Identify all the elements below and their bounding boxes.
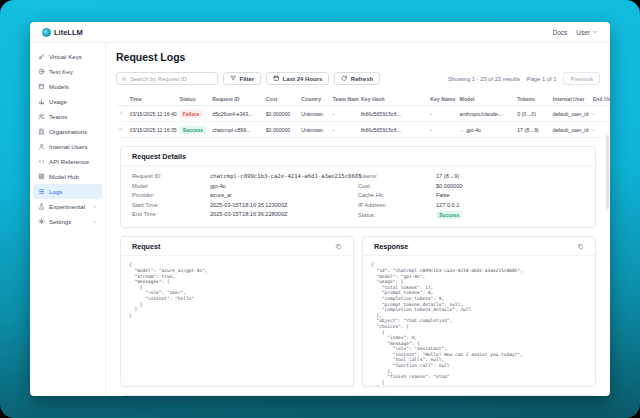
cell-cost: $0.000000	[264, 122, 300, 138]
cell-model: anthropic/claude-...	[458, 106, 516, 122]
cell-internal-user: default_user_id	[551, 106, 591, 122]
toolbar: Filter Last 24 Hours Refresh Showing 1 -…	[116, 72, 600, 85]
col-cost: Cost	[264, 93, 300, 106]
response-panel-title: Response	[374, 242, 408, 251]
sidebar-item-label: Experimental	[49, 203, 85, 210]
sidebar-item-label: API Reference	[49, 158, 89, 165]
copy-request-button[interactable]	[335, 243, 342, 250]
cell-model: ← gpt-4o	[458, 122, 516, 138]
response-json: { "id": "chatcmpl-c899c1b3-ca2e-4214-a6d…	[363, 256, 595, 387]
user-menu-label: User	[576, 29, 590, 36]
vertical-scrollbar[interactable]	[606, 135, 609, 209]
collapse-row-button[interactable]	[116, 122, 128, 138]
sidebar-item-test-key[interactable]: Test Key	[33, 64, 102, 79]
test-key-icon	[38, 68, 45, 75]
sidebar-item-teams[interactable]: Teams	[33, 109, 102, 124]
cell-time: 03/15/2025 11:16:40 AM	[128, 106, 178, 122]
list-icon	[38, 188, 45, 195]
cell-status: Success	[178, 122, 210, 138]
sidebar-item-label: Organizations	[49, 128, 87, 135]
refresh-icon	[341, 75, 348, 82]
sidebar-item-label: Logs	[49, 188, 62, 195]
details-right-column: Tokens: 17 (8→9) Cost: $0.000000 Cache H…	[358, 173, 584, 219]
table-header-row: Time Status Request ID Cost Country Team…	[116, 93, 610, 106]
cell-tokens: 0 (0→0)	[515, 106, 551, 122]
request-response-panels: Request { "model": "azure_ai/gpt-4o", "s…	[120, 236, 596, 387]
col-time: Time	[128, 93, 178, 106]
chevron-down-icon	[592, 29, 598, 35]
sidebar-item-label: Models	[49, 83, 69, 90]
code-brackets-icon	[38, 158, 45, 165]
request-logs-table: Time Status Request ID Cost Country Team…	[116, 93, 610, 138]
sidebar-item-model-hub[interactable]: Model Hub	[33, 169, 102, 184]
expand-row-button[interactable]	[116, 106, 128, 122]
cell-team-name: -	[331, 122, 359, 138]
detail-field-status: Status: Success	[358, 211, 584, 219]
copy-response-button[interactable]	[577, 243, 584, 250]
cell-team-name: -	[331, 106, 359, 122]
detail-field: IP Address: 127.0.0.1	[358, 202, 584, 208]
docs-link[interactable]: Docs	[552, 29, 567, 36]
expanded-log-detail: Request Details Request ID: chatcmpl-c89…	[116, 138, 600, 396]
cell-key-name: -	[428, 122, 457, 138]
sidebar-item-models[interactable]: Models	[33, 79, 102, 94]
sidebar-item-label: Virtual Keys	[49, 53, 82, 60]
main-content: Request Logs Filter Last 24 Hours	[106, 43, 610, 396]
search-input[interactable]	[130, 76, 213, 82]
col-team-name: Team Name	[331, 93, 359, 106]
cell-key-hash: fb66c565915c6...	[359, 106, 428, 122]
sidebar-item-settings[interactable]: Settings	[33, 214, 102, 229]
detail-field: Start Time: 2025-03-15T18:16:35.123000Z	[132, 202, 358, 208]
topbar-actions: Docs User	[552, 29, 598, 36]
chevron-down-icon	[118, 126, 124, 132]
col-key-hash: Key Hash	[359, 93, 428, 106]
page-title: Request Logs	[116, 51, 600, 63]
key-icon	[38, 53, 45, 60]
refresh-button[interactable]: Refresh	[334, 72, 380, 85]
sidebar-item-experimental[interactable]: Experimental	[33, 199, 102, 214]
col-model: Model	[458, 93, 516, 106]
app-body: Virtual Keys Test Key Models Usage Teams	[30, 43, 610, 396]
table-row[interactable]: 03/15/2025 11:16:35 AM Success chatcmpl-…	[116, 122, 610, 138]
detail-field: End Time: 2025-03-15T18:16:36.228000Z	[132, 211, 358, 217]
metadata-card: Metadata	[120, 395, 596, 396]
gear-icon	[38, 218, 45, 225]
page-info: Page 1 of 1	[527, 76, 557, 82]
search-icon	[121, 76, 127, 82]
sidebar: Virtual Keys Test Key Models Usage Teams	[30, 43, 106, 396]
sidebar-item-virtual-keys[interactable]: Virtual Keys	[33, 49, 102, 64]
filter-button[interactable]: Filter	[223, 72, 261, 85]
user-icon	[38, 143, 45, 150]
sidebar-item-api-reference[interactable]: API Reference	[33, 154, 102, 169]
litellm-logo-icon	[42, 28, 51, 37]
sidebar-item-internal-users[interactable]: Internal Users	[33, 139, 102, 154]
table-row[interactable]: 03/15/2025 11:16:40 AM Failure d5c26ce4-…	[116, 106, 610, 122]
cell-internal-user: default_user_id	[551, 122, 591, 138]
status-badge: Success	[436, 211, 462, 219]
sidebar-item-organizations[interactable]: Organizations	[33, 124, 102, 139]
flask-icon	[38, 203, 45, 210]
col-tokens: Tokens	[515, 93, 551, 106]
col-status: Status	[178, 93, 210, 106]
sidebar-item-label: Settings	[49, 218, 71, 225]
sidebar-item-logs[interactable]: Logs	[33, 184, 102, 199]
previous-page-button[interactable]: Previous	[563, 72, 600, 85]
desktop-background: LiteLLM Docs User Virtual Keys Test Key	[0, 0, 640, 418]
time-range-button[interactable]: Last 24 Hours	[266, 72, 329, 85]
sidebar-item-usage[interactable]: Usage	[33, 94, 102, 109]
litellm-app-window: LiteLLM Docs User Virtual Keys Test Key	[30, 22, 610, 396]
results-summary: Showing 1 - 23 of 23 results	[448, 76, 520, 82]
copy-icon	[577, 243, 584, 250]
bar-chart-icon	[38, 98, 45, 105]
response-panel: Response { "id": "chatcmpl-c899c1b3-ca2e…	[362, 236, 596, 387]
sidebar-item-label: Test Key	[49, 68, 73, 75]
copy-icon	[335, 243, 342, 250]
user-menu[interactable]: User	[576, 29, 598, 36]
cell-request-id: d5c26ce4-e343...	[210, 106, 263, 122]
litellm-logo: LiteLLM	[42, 28, 83, 37]
building-icon	[38, 128, 45, 135]
sidebar-item-label: Teams	[49, 113, 67, 120]
detail-field: Model: gpt-4o	[132, 183, 358, 189]
time-range-button-label: Last 24 Hours	[283, 76, 323, 82]
request-panel: Request { "model": "azure_ai/gpt-4o", "s…	[120, 236, 354, 387]
